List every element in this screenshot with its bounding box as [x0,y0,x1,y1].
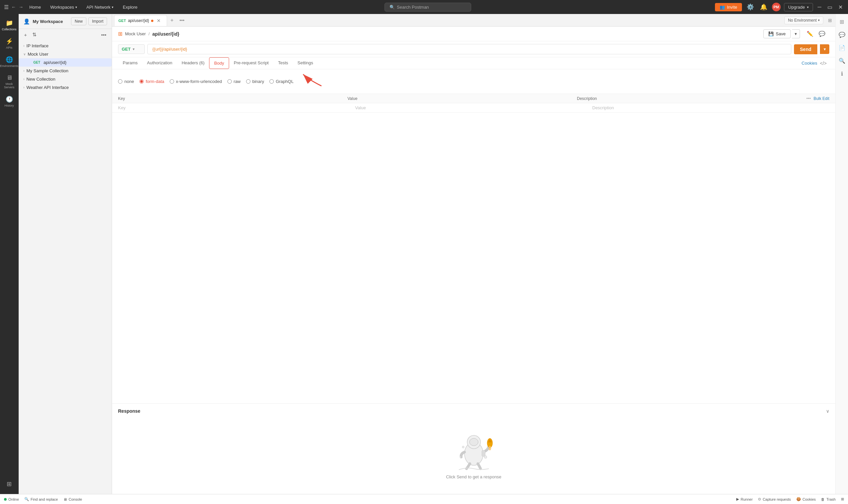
tab-more-options[interactable]: ••• [177,17,187,24]
response-title: Response [118,409,140,414]
layout-icon[interactable]: ⊞ [827,17,833,24]
collections-icon: 📁 [6,19,13,26]
maximize-button[interactable]: ▭ [826,3,834,12]
console-icon: 🖥 [63,497,67,501]
svg-rect-7 [482,450,485,456]
upgrade-button[interactable]: Upgrade ▾ [784,3,813,11]
save-dropdown-arrow[interactable]: ▾ [792,29,800,38]
left-panel: 👤 My Workspace New Import + ⇅ ••• › IP I… [19,14,112,494]
tab-params[interactable]: Params [118,57,142,69]
environment-selector[interactable]: No Environment ▾ [784,16,823,24]
sidebar-item-browse[interactable]: ⊞ [1,478,17,491]
find-replace-item[interactable]: 🔍 Find and replace [24,497,58,501]
tab-authorization[interactable]: Authorization [142,57,177,69]
runner-item[interactable]: ▶ Runner [736,497,752,501]
api-network-link[interactable]: API Network ▾ [83,3,117,11]
body-option-urlencoded[interactable]: x-www-form-urlencoded [170,79,222,84]
method-label: GET [122,47,131,52]
add-collection-icon[interactable]: + [23,31,28,38]
send-dropdown-button[interactable]: ▾ [820,44,829,54]
capture-icon: ⊙ [758,497,761,501]
explore-link[interactable]: Explore [119,3,141,11]
mock-servers-icon: 🖥 [6,74,12,81]
table-col-key-header: Key [118,96,347,101]
import-button[interactable]: Import [88,17,107,25]
forward-button[interactable]: → [19,4,23,10]
response-empty-text: Click Send to get a response [446,474,501,479]
close-button[interactable]: ✕ [837,3,844,12]
rsb-docs-icon[interactable]: 📄 [837,43,847,53]
edit-icon[interactable]: ✏️ [805,29,815,38]
arrow-annotation [301,73,328,90]
notifications-icon[interactable]: 🔔 [759,2,768,12]
search-bar[interactable]: 🔍 Search Postman [384,3,471,12]
tree-item-ip-interface[interactable]: › IP Interface [19,42,112,50]
tab-tests[interactable]: Tests [274,57,293,69]
capture-requests-item[interactable]: ⊙ Capture requests [758,497,791,501]
rsb-info-icon[interactable]: ℹ [839,69,845,79]
tab-settings[interactable]: Settings [293,57,318,69]
sidebar-item-history[interactable]: 🕐 History [1,93,17,110]
invite-button[interactable]: 👥 Invite [715,3,742,11]
settings-icon[interactable]: ⚙️ [745,2,755,12]
workspaces-link[interactable]: Workspaces ▾ [47,3,80,11]
method-select[interactable]: GET ▾ [118,44,145,54]
chevron-down-icon: ∨ [23,52,26,56]
request-tab[interactable]: GET api/user/{id} ✕ [114,15,167,26]
filter-icon[interactable]: ⇅ [31,31,38,38]
minimize-button[interactable]: ─ [816,3,823,11]
home-link[interactable]: Home [26,3,44,11]
body-option-binary[interactable]: binary [246,79,264,84]
tab-close-icon[interactable]: ✕ [155,17,162,24]
tab-headers[interactable]: Headers (6) [177,57,209,69]
apis-icon: ⚡ [6,38,13,45]
bulk-edit-button[interactable]: Bulk Edit [814,96,829,101]
console-item[interactable]: 🖥 Console [63,497,82,501]
cookies-link[interactable]: Cookies [802,58,817,69]
tree-item-new-collection[interactable]: › New Collection [19,75,112,83]
cookies-item[interactable]: 🍪 Cookies [796,497,816,501]
response-header[interactable]: Response ∨ [118,409,829,414]
avatar[interactable]: PM [772,3,781,11]
tab-pre-request-script[interactable]: Pre-request Script [229,57,274,69]
row-key-cell[interactable]: Key [118,105,355,110]
resize-handle[interactable]: ⊞ [841,497,844,501]
code-snippet-icon[interactable]: </> [817,58,829,69]
table-row: Key Value Description [112,103,835,113]
row-value-cell[interactable]: Value [355,105,592,110]
hamburger-menu[interactable]: ☰ [4,4,9,10]
workspace-icon: 👤 [23,18,30,25]
trash-icon: 🗑 [821,497,825,501]
save-button[interactable]: 💾 Save [763,29,791,38]
tree-item-api-user-id[interactable]: GET api/user/{id} [19,58,112,67]
tree-item-weather-api-interface[interactable]: › Weather API Interface [19,83,112,92]
browse-icon: ⊞ [7,480,12,488]
sidebar-item-mock-servers[interactable]: 🖥 Mock Servers [1,72,17,92]
new-button[interactable]: New [71,17,86,25]
tab-body[interactable]: Body [209,57,229,69]
row-desc-cell[interactable]: Description [592,105,829,110]
trash-item[interactable]: 🗑 Trash [821,497,836,501]
back-button[interactable]: ← [11,4,16,10]
body-option-form-data[interactable]: form-data [139,79,165,84]
send-button[interactable]: Send [794,44,817,54]
url-input[interactable] [148,44,791,54]
new-tab-button[interactable]: + [168,17,176,24]
body-option-none[interactable]: none [118,79,134,84]
workspace-label: 👤 My Workspace [23,18,63,25]
rsb-comment-icon[interactable]: 💬 [837,30,847,40]
sidebar-item-environments[interactable]: 🌐 Environments [1,53,17,70]
more-options-icon[interactable]: ••• [100,31,108,38]
chevron-right-icon-2: › [23,69,24,73]
sidebar-item-apis[interactable]: ⚡ APIs [1,35,17,52]
comment-icon[interactable]: 💬 [817,29,827,38]
rsb-layout-icon[interactable]: ⊞ [838,17,846,27]
body-option-graphql[interactable]: GraphQL [270,79,293,84]
collections-tree: › IP Interface ∨ Mock User GET api/user/… [19,40,112,494]
sidebar-item-collections[interactable]: 📁 Collections [1,17,17,34]
tree-item-mock-user[interactable]: ∨ Mock User [19,50,112,58]
chevron-right-icon: › [23,44,24,48]
tree-item-my-sample-collection[interactable]: › My Sample Collection [19,67,112,75]
body-option-raw[interactable]: raw [227,79,241,84]
rsb-search-icon[interactable]: 🔍 [837,56,847,66]
